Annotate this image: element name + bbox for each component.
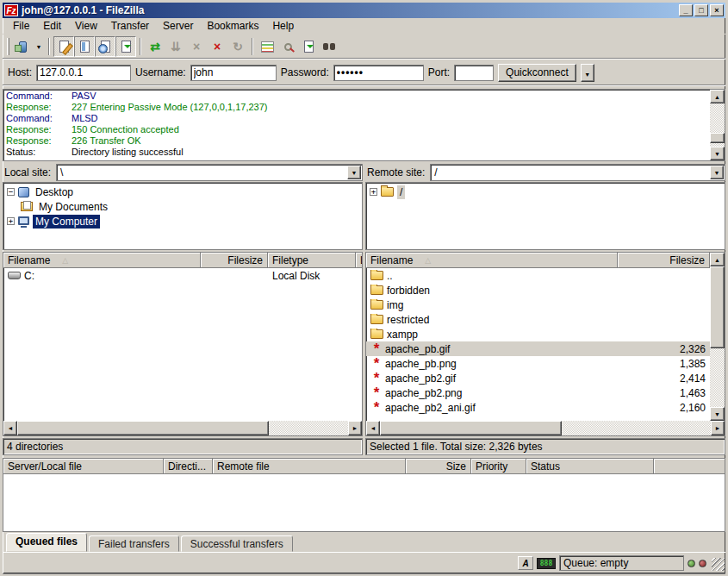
cancel-operation-button[interactable]: × xyxy=(186,36,207,57)
expand-icon[interactable]: + xyxy=(7,217,15,225)
image-file-icon: * xyxy=(370,360,383,368)
queue-body[interactable] xyxy=(3,474,725,531)
expand-icon[interactable]: + xyxy=(370,188,377,196)
file-row[interactable]: .. xyxy=(366,268,710,283)
scrollbar-thumb[interactable] xyxy=(380,421,562,435)
menu-bookmarks[interactable]: Bookmarks xyxy=(200,18,265,34)
column-priority[interactable]: Priority xyxy=(471,459,526,474)
port-input[interactable] xyxy=(454,65,494,81)
scroll-down-icon[interactable]: ▼ xyxy=(710,147,725,160)
close-button[interactable]: × xyxy=(710,4,724,16)
scroll-left-icon[interactable]: ◄ xyxy=(366,421,380,435)
remote-tree-icon xyxy=(101,41,110,53)
remote-site-combo[interactable]: / ▼ xyxy=(430,164,725,181)
scrollbar-thumb[interactable] xyxy=(710,133,725,143)
resize-grip[interactable] xyxy=(712,558,725,571)
remote-vertical-scrollbar[interactable]: ▲ ▼ xyxy=(710,253,725,421)
local-site-combo[interactable]: \ ▼ xyxy=(56,164,363,181)
file-row[interactable]: *apache_pb2.gif2,414 xyxy=(366,371,710,385)
file-search-button[interactable] xyxy=(319,36,339,57)
tree-item-my-documents[interactable]: My Documents xyxy=(7,199,362,214)
reconnect-button[interactable]: ↻ xyxy=(227,36,248,57)
username-input[interactable] xyxy=(190,65,277,81)
column-remote-file[interactable]: Remote file xyxy=(213,459,406,474)
chevron-down-icon: ▼ xyxy=(36,44,42,50)
file-row[interactable]: *apache_pb.png1,385 xyxy=(366,356,710,371)
folder-icon xyxy=(370,300,383,310)
site-manager-button[interactable] xyxy=(12,36,33,57)
scroll-down-icon[interactable]: ▼ xyxy=(710,407,725,421)
file-row[interactable]: *apache_pb2.png1,463 xyxy=(366,385,710,400)
toggle-queue-button[interactable] xyxy=(115,36,136,57)
menu-transfer[interactable]: Transfer xyxy=(104,18,156,34)
chevron-down-icon: ▼ xyxy=(352,170,358,176)
column-filename[interactable]: Filename△ xyxy=(3,253,201,268)
file-row-selected[interactable]: *apache_pb.gif2,326 xyxy=(366,341,710,356)
tab-failed-transfers[interactable]: Failed transfers xyxy=(89,535,179,552)
tab-successful-transfers[interactable]: Successful transfers xyxy=(181,535,293,552)
local-file-list: Filename△ Filesize Filetype L C: Local D… xyxy=(3,252,363,436)
column-direction[interactable]: Directi... xyxy=(164,459,213,474)
column-size[interactable]: Size xyxy=(406,459,471,474)
column-last-modified[interactable]: L xyxy=(356,253,363,268)
scrollbar-thumb[interactable] xyxy=(17,421,269,435)
tab-queued-files[interactable]: Queued files xyxy=(6,533,87,552)
toggle-local-tree-button[interactable] xyxy=(74,36,95,57)
collapse-icon[interactable]: − xyxy=(7,188,15,196)
minimize-button[interactable]: _ xyxy=(679,4,693,16)
process-queue-button[interactable]: ⇊ xyxy=(165,36,186,57)
transfer-type-icon[interactable]: A xyxy=(518,556,533,570)
menu-server[interactable]: Server xyxy=(156,18,200,34)
menu-file[interactable]: File xyxy=(6,18,36,34)
synchronized-browsing-button[interactable] xyxy=(277,36,298,57)
scrollbar-thumb[interactable] xyxy=(710,266,725,348)
menu-view[interactable]: View xyxy=(68,18,104,34)
column-filetype[interactable]: Filetype xyxy=(268,253,356,268)
column-filesize[interactable]: Filesize xyxy=(201,253,268,268)
tree-item-desktop[interactable]: − Desktop xyxy=(7,185,362,199)
process-queue-icon: ⇊ xyxy=(171,41,181,53)
file-row[interactable]: restricted xyxy=(366,312,710,327)
local-horizontal-scrollbar[interactable]: ◄ ► xyxy=(3,421,362,435)
directory-comparison-icon xyxy=(261,41,274,53)
toggle-message-log-button[interactable] xyxy=(53,36,74,57)
column-status[interactable]: Status xyxy=(526,459,654,474)
file-row[interactable]: xampp xyxy=(366,327,710,341)
maximize-button[interactable]: □ xyxy=(694,4,708,16)
column-filename[interactable]: Filename△ xyxy=(366,253,618,268)
password-input[interactable] xyxy=(333,65,424,81)
menu-help[interactable]: Help xyxy=(265,18,301,34)
file-row[interactable]: forbidden xyxy=(366,283,710,297)
disconnect-button[interactable]: × xyxy=(207,36,227,57)
file-row-c-drive[interactable]: C: Local Disk xyxy=(3,268,362,283)
tree-item-my-computer[interactable]: + My Computer xyxy=(7,214,362,229)
remote-list-body: .. forbidden img restricted xampp *apach… xyxy=(366,268,710,421)
site-manager-dropdown[interactable]: ▼ xyxy=(33,36,45,57)
log-scrollbar[interactable]: ▲ ▼ xyxy=(710,90,725,160)
refresh-button[interactable]: ⇄ xyxy=(145,36,165,57)
scroll-right-icon[interactable]: ► xyxy=(711,421,725,435)
remote-site-dropdown[interactable]: ▼ xyxy=(710,166,724,179)
tree-item-root[interactable]: + / xyxy=(370,185,725,199)
directory-comparison-button[interactable] xyxy=(257,36,277,57)
speed-limit-icon[interactable]: 888 xyxy=(537,558,556,569)
scroll-up-icon[interactable]: ▲ xyxy=(710,253,725,266)
file-row[interactable]: *apache_pb2_ani.gif2,160 xyxy=(366,400,710,415)
scroll-right-icon[interactable]: ► xyxy=(348,421,362,435)
quickconnect-button[interactable]: Quickconnect xyxy=(498,64,576,82)
quickconnect-dropdown[interactable]: ▼ xyxy=(581,64,594,82)
local-list-header: Filename△ Filesize Filetype L xyxy=(3,253,362,268)
file-row[interactable]: img xyxy=(366,297,710,312)
title-bar[interactable]: Fz john@127.0.0.1 - FileZilla _ □ × xyxy=(3,3,725,18)
column-server-local-file[interactable]: Server/Local file xyxy=(3,459,164,474)
directory-filters-button[interactable] xyxy=(298,36,319,57)
host-input[interactable] xyxy=(36,65,131,81)
remote-horizontal-scrollbar[interactable]: ◄ ► xyxy=(366,421,725,435)
local-status-text: 4 directories xyxy=(3,438,363,455)
scroll-up-icon[interactable]: ▲ xyxy=(710,90,725,103)
scroll-left-icon[interactable]: ◄ xyxy=(3,421,17,435)
toggle-remote-tree-button[interactable] xyxy=(95,36,115,57)
local-site-dropdown[interactable]: ▼ xyxy=(347,166,361,179)
column-filesize[interactable]: Filesize xyxy=(618,253,710,268)
menu-edit[interactable]: Edit xyxy=(36,18,68,34)
